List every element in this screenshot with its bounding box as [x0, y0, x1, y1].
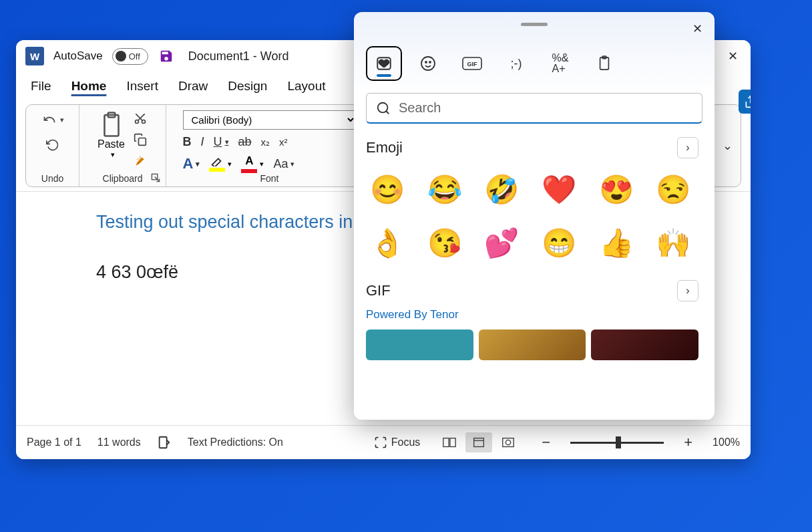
- collapse-ribbon-button[interactable]: ⌄: [714, 105, 741, 186]
- emoji-expand-button[interactable]: ›: [677, 137, 698, 158]
- gif-thumbnail[interactable]: [366, 329, 473, 360]
- tab-insert[interactable]: Insert: [126, 79, 158, 98]
- tab-smileys[interactable]: [410, 46, 446, 81]
- emoji-item[interactable]: 👌: [370, 225, 405, 260]
- save-icon[interactable]: [158, 47, 175, 65]
- emoji-item[interactable]: 😒: [656, 172, 690, 207]
- autosave-state: Off: [129, 51, 140, 61]
- emoji-item[interactable]: ❤️: [542, 172, 576, 207]
- emoji-section-header: Emoji ›: [366, 133, 698, 162]
- svg-rect-22: [600, 57, 609, 70]
- copy-button[interactable]: [132, 132, 148, 148]
- emoji-item[interactable]: 😊: [370, 172, 405, 207]
- zoom-in-button[interactable]: +: [680, 434, 696, 451]
- panel-scroll[interactable]: Emoji › 😊 😂 🤣 ❤️ 😍 😒 👌 😘 💕 😁 👍 🙌 GIF › P…: [366, 133, 702, 416]
- tab-recent[interactable]: [366, 46, 402, 81]
- word-app-icon: W: [25, 47, 44, 65]
- gif-thumbnail[interactable]: [591, 329, 698, 360]
- undo-group-label: Undo: [41, 173, 63, 184]
- clipboard-group-label: Clipboard: [103, 173, 143, 184]
- print-layout-button[interactable]: [465, 432, 492, 452]
- zoom-slider[interactable]: [570, 442, 664, 444]
- font-color-button[interactable]: A ▾: [241, 154, 264, 173]
- autosave-label: AutoSave: [53, 49, 103, 63]
- emoji-item[interactable]: 😁: [542, 225, 576, 260]
- gif-section-header: GIF ›: [366, 276, 698, 305]
- tab-design[interactable]: Design: [228, 79, 267, 98]
- text-effects-button[interactable]: A▾: [183, 155, 200, 172]
- zoom-percent[interactable]: 100%: [713, 436, 740, 448]
- tab-kaomoji[interactable]: ;-): [498, 46, 534, 81]
- zoom-out-button[interactable]: −: [538, 434, 554, 451]
- document-title: Document1 - Word: [188, 49, 289, 63]
- tab-home[interactable]: Home: [71, 79, 107, 98]
- emoji-item[interactable]: 😘: [427, 225, 462, 260]
- read-mode-button[interactable]: [436, 432, 463, 452]
- tab-layout[interactable]: Layout: [287, 79, 325, 98]
- svg-rect-9: [159, 437, 166, 448]
- change-case-button[interactable]: Aa▾: [273, 157, 294, 171]
- text-predictions[interactable]: Text Predictions: On: [188, 436, 283, 448]
- emoji-item[interactable]: 🙌: [656, 225, 690, 260]
- svg-rect-10: [443, 438, 449, 447]
- tab-symbols[interactable]: %&A+: [542, 46, 578, 81]
- gif-section-title: GIF: [366, 282, 391, 299]
- panel-close-icon[interactable]: ✕: [692, 21, 702, 36]
- emoji-item[interactable]: 🤣: [484, 172, 519, 207]
- spellcheck-icon[interactable]: [157, 435, 172, 450]
- emoji-item[interactable]: 😍: [599, 172, 634, 207]
- font-family-select[interactable]: Calibri (Body): [183, 110, 357, 130]
- share-button[interactable]: [739, 90, 751, 114]
- tab-draw[interactable]: Draw: [178, 79, 208, 98]
- focus-button[interactable]: Focus: [374, 436, 421, 449]
- emoji-grid: 😊 😂 🤣 ❤️ 😍 😒 👌 😘 💕 😁 👍 🙌: [366, 162, 698, 276]
- underline-button[interactable]: U▾: [214, 135, 229, 149]
- chevron-down-icon: ▾: [60, 116, 64, 124]
- search-input[interactable]: [399, 100, 692, 116]
- svg-point-4: [142, 120, 145, 124]
- svg-rect-12: [474, 438, 484, 447]
- paste-label: Paste: [97, 138, 125, 150]
- paste-button[interactable]: Paste ▾: [97, 110, 126, 169]
- clipboard-dialog-launcher[interactable]: [151, 173, 160, 182]
- drag-handle[interactable]: [521, 23, 548, 26]
- strikethrough-button[interactable]: ab: [238, 135, 252, 149]
- web-layout-button[interactable]: [495, 432, 522, 452]
- svg-point-15: [506, 440, 511, 444]
- autosave-toggle[interactable]: Off: [112, 48, 148, 65]
- redo-button[interactable]: [41, 136, 64, 154]
- font-group-label: Font: [260, 173, 278, 184]
- svg-point-19: [429, 61, 431, 63]
- svg-rect-14: [503, 438, 514, 447]
- superscript-button[interactable]: x²: [279, 136, 288, 148]
- subscript-button[interactable]: x₂: [261, 136, 270, 148]
- gif-row: [366, 329, 698, 360]
- svg-point-18: [425, 61, 427, 63]
- svg-point-17: [421, 57, 435, 70]
- emoji-picker-panel: ✕ GIF ;-) %&A+ Emoji › 😊 😂 🤣 ❤️ 😍: [354, 12, 715, 420]
- svg-point-3: [135, 120, 138, 124]
- bold-button[interactable]: B: [183, 135, 192, 149]
- page-indicator[interactable]: Page 1 of 1: [27, 436, 81, 448]
- tab-gif[interactable]: GIF: [454, 46, 490, 81]
- format-painter-button[interactable]: [132, 153, 148, 169]
- emoji-item[interactable]: 💕: [484, 225, 519, 260]
- gif-thumbnail[interactable]: [479, 329, 586, 360]
- status-bar: Page 1 of 1 11 words Text Predictions: O…: [16, 425, 751, 459]
- search-icon: [376, 101, 391, 116]
- gif-expand-button[interactable]: ›: [677, 280, 698, 301]
- emoji-section-title: Emoji: [366, 139, 403, 156]
- undo-button[interactable]: ▾: [41, 110, 64, 129]
- svg-rect-7: [138, 138, 146, 146]
- close-icon[interactable]: ✕: [724, 47, 741, 65]
- cut-button[interactable]: [132, 110, 148, 126]
- gif-subtitle: Powered By Tenor: [366, 308, 698, 321]
- tab-file[interactable]: File: [31, 79, 51, 98]
- word-count[interactable]: 11 words: [97, 436, 141, 448]
- emoji-item[interactable]: 👍: [599, 225, 634, 260]
- italic-button[interactable]: I: [201, 135, 204, 149]
- emoji-item[interactable]: 😂: [427, 172, 462, 207]
- tab-clipboard[interactable]: [586, 46, 622, 81]
- search-box: [366, 93, 702, 124]
- highlight-button[interactable]: ▾: [209, 156, 232, 172]
